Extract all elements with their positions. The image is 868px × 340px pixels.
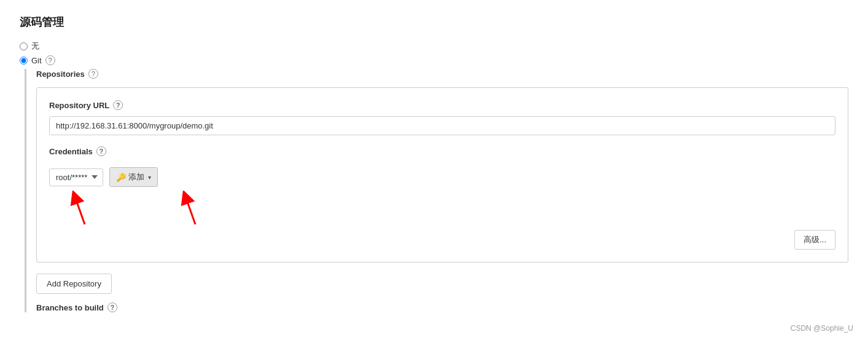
repo-card: Repository URL ? Credentials ? root/****… xyxy=(36,87,848,263)
branches-header: Branches to build ? xyxy=(36,302,848,312)
repo-url-field-label: Repository URL ? xyxy=(49,100,835,110)
credentials-label: Credentials ? xyxy=(49,146,835,156)
section-title: 源码管理 xyxy=(20,15,848,30)
repo-url-input[interactable] xyxy=(49,116,835,135)
arrows-annotation-container xyxy=(49,187,835,224)
git-help-icon[interactable]: ? xyxy=(45,55,55,65)
branches-help-icon[interactable]: ? xyxy=(108,302,117,312)
credentials-row: root/***** 🔑 添加 ▾ xyxy=(49,167,835,187)
radio-none[interactable] xyxy=(20,42,28,50)
radio-none-row: 无 xyxy=(20,41,848,52)
red-arrow-right-svg xyxy=(178,191,203,224)
page-container: 源码管理 无 Git ? Repositories ? Repository U… xyxy=(0,0,868,340)
svg-line-3 xyxy=(186,197,195,224)
credentials-help-icon[interactable]: ? xyxy=(96,146,106,156)
repo-url-help-icon[interactable]: ? xyxy=(113,100,123,110)
credentials-select[interactable]: root/***** xyxy=(49,168,103,186)
repositories-help-icon[interactable]: ? xyxy=(88,69,98,79)
branches-label-text: Branches to build xyxy=(36,303,104,312)
red-arrow-left-svg xyxy=(68,191,92,224)
radio-git[interactable] xyxy=(20,57,28,65)
add-btn-dropdown-arrow: ▾ xyxy=(148,174,151,181)
arrow-left xyxy=(68,191,92,224)
key-icon: 🔑 xyxy=(116,173,126,182)
repositories-label: Repositories xyxy=(36,69,85,79)
add-repository-button[interactable]: Add Repository xyxy=(36,274,112,294)
svg-line-1 xyxy=(75,197,85,224)
radio-group: 无 Git ? xyxy=(20,41,848,65)
radio-none-label[interactable]: 无 xyxy=(31,41,39,52)
add-credentials-button[interactable]: 🔑 添加 ▾ xyxy=(109,167,158,187)
advanced-btn-row: 高级... xyxy=(49,230,835,250)
arrow-right xyxy=(178,191,203,224)
credentials-label-text: Credentials xyxy=(49,147,93,156)
radio-git-row: Git ? xyxy=(20,55,848,65)
advanced-button[interactable]: 高级... xyxy=(794,230,835,250)
watermark: CSDN @Sophie_U xyxy=(791,324,853,333)
add-btn-label: 添加 xyxy=(128,172,144,183)
repositories-header: Repositories ? xyxy=(36,69,848,79)
repositories-section: Repositories ? Repository URL ? Credenti… xyxy=(25,69,848,312)
radio-git-label[interactable]: Git xyxy=(31,56,42,65)
repo-url-label-text: Repository URL xyxy=(49,101,109,110)
